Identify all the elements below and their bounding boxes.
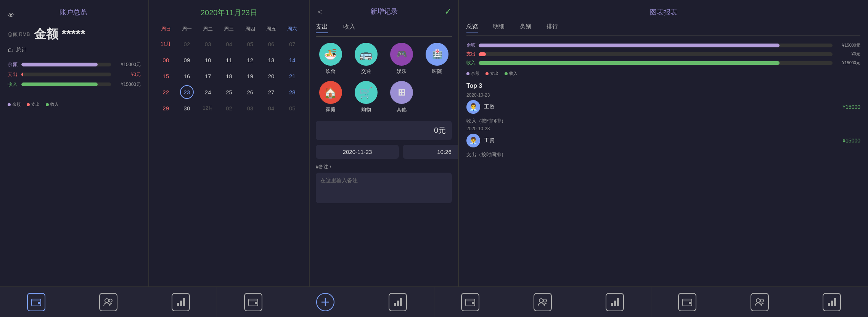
wallet-tab-1[interactable] xyxy=(27,293,45,311)
svg-point-20 xyxy=(543,299,547,302)
chart-value-yu: ¥15000元 xyxy=(836,42,860,48)
wallet-tab-3[interactable] xyxy=(461,293,479,311)
zhi-value: ¥0元 xyxy=(114,71,141,78)
chart-tab-3[interactable] xyxy=(606,293,624,311)
chart-value-zhi: ¥0元 xyxy=(836,51,860,57)
chart-legend-dot-shou xyxy=(505,72,508,75)
chart-tab-4[interactable] xyxy=(823,293,841,311)
note-textarea[interactable] xyxy=(316,173,452,203)
income-avatar: 👨‍💼 xyxy=(466,134,480,147)
chart-legend-dot-zhi xyxy=(485,72,489,75)
confirm-icon[interactable]: ✓ xyxy=(444,6,452,17)
svg-rect-7 xyxy=(183,298,185,306)
cal-cell[interactable]: 10 xyxy=(201,53,215,67)
cal-cell[interactable]: 13 xyxy=(264,53,278,67)
cal-cell[interactable]: 04 xyxy=(222,37,236,51)
wallet-tab-4[interactable] xyxy=(678,293,696,311)
legend-label-shou: 收入 xyxy=(50,102,59,107)
tab-rank[interactable]: 排行 xyxy=(547,23,558,32)
zhi-bar-track xyxy=(21,73,111,76)
shou-label: 收入 xyxy=(8,81,18,88)
date-input[interactable] xyxy=(316,145,399,159)
bottom-section-2 xyxy=(217,287,434,317)
cal-cell[interactable]: 25 xyxy=(222,85,236,99)
cal-cell[interactable]: 30 xyxy=(180,101,194,115)
category-transport[interactable]: 🚌 交通 xyxy=(351,43,381,75)
cal-cell[interactable]: 06 xyxy=(264,37,278,51)
tab-category[interactable]: 类别 xyxy=(520,23,531,32)
transport-label: 交通 xyxy=(361,68,371,75)
wallet-tab-2[interactable] xyxy=(244,293,262,311)
category-other[interactable]: ⊞ 其他 xyxy=(387,81,416,113)
chart-tab-2[interactable] xyxy=(389,293,407,311)
transport-icon: 🚌 xyxy=(355,43,378,66)
people-tab-1[interactable] xyxy=(99,293,117,311)
cal-cell[interactable]: 21 xyxy=(285,69,299,83)
category-entertainment[interactable]: 🎮 娱乐 xyxy=(387,43,416,75)
chart-label-yu: 余额 xyxy=(466,42,476,49)
cal-cell[interactable]: 22 xyxy=(159,85,173,99)
yu-bar-track xyxy=(21,63,111,66)
legend-dot-yu xyxy=(8,103,11,106)
calendar-panel: 2020年11月23日 周日 周一 周二 周三 周四 周五 周六 11月 02 … xyxy=(149,0,309,286)
income-amount: ¥15000 xyxy=(842,137,860,144)
legend-dot-shou xyxy=(46,103,49,106)
cal-cell[interactable]: 03 xyxy=(243,101,257,115)
cal-cell[interactable]: 02 xyxy=(180,37,194,51)
cal-cell[interactable]: 08 xyxy=(159,53,173,67)
cal-cell[interactable]: 17 xyxy=(201,69,215,83)
chart-track-zhi xyxy=(479,52,833,56)
chart-legend-label-zhi: 支出 xyxy=(490,71,498,76)
people-tab-3[interactable] xyxy=(751,293,769,311)
cal-cell[interactable]: 12 xyxy=(243,53,257,67)
income-date: 2020-10-23 xyxy=(466,126,860,131)
cal-cell[interactable]: 09 xyxy=(180,53,194,67)
cal-cell[interactable]: 24 xyxy=(201,85,215,99)
balance-section: 余额 ¥15000元 支出 ¥0元 收入 ¥15000元 xyxy=(8,61,141,91)
cal-cell[interactable]: 28 xyxy=(285,85,299,99)
cal-cell[interactable]: 18 xyxy=(222,69,236,83)
svg-rect-31 xyxy=(834,298,836,306)
cal-cell[interactable]: 20 xyxy=(264,69,278,83)
bottom-section-4 xyxy=(651,287,868,317)
chart-tab-1[interactable] xyxy=(172,293,190,311)
cal-cell[interactable]: 11 xyxy=(222,53,236,67)
cal-cell[interactable]: 27 xyxy=(264,85,278,99)
cal-cell[interactable]: 16 xyxy=(180,69,194,83)
cal-cell[interactable]: 07 xyxy=(285,37,299,51)
record-tabs: 支出 收入 xyxy=(316,23,452,37)
category-home[interactable]: 🏠 家庭 xyxy=(316,81,345,113)
cal-today[interactable]: 23 xyxy=(180,85,194,99)
weekday-fri: 周五 xyxy=(260,24,281,34)
back-arrow[interactable]: ＜ xyxy=(316,6,323,17)
tab-overview[interactable]: 总览 xyxy=(466,23,478,32)
cal-cell[interactable]: 26 xyxy=(243,85,257,99)
category-hospital[interactable]: 🏥 医院 xyxy=(423,43,452,75)
cal-cell[interactable]: 05 xyxy=(285,101,299,115)
tab-income[interactable]: 收入 xyxy=(343,23,355,33)
time-input[interactable] xyxy=(403,145,458,159)
eye-icon[interactable]: 👁 xyxy=(8,11,14,19)
cal-cell[interactable]: 05 xyxy=(243,37,257,51)
category-food[interactable]: 🍜 饮食 xyxy=(316,43,345,75)
account-panel: 👁 账户总览 总额 RMB 金额 ***** 🗂 总计 余额 ¥15000元 xyxy=(0,0,149,286)
people-tab-2[interactable] xyxy=(534,293,552,311)
tab-expense[interactable]: 支出 xyxy=(316,23,328,33)
cal-cell[interactable]: 15 xyxy=(159,69,173,83)
category-shopping[interactable]: 🛒 购物 xyxy=(351,81,381,113)
tab-detail[interactable]: 明细 xyxy=(493,23,505,32)
cal-cell[interactable]: 29 xyxy=(159,101,173,115)
cal-cell[interactable]: 02 xyxy=(222,101,236,115)
shopping-icon: 🛒 xyxy=(355,81,378,104)
cal-cell[interactable]: 14 xyxy=(285,53,299,67)
cal-cell[interactable]: 19 xyxy=(243,69,257,83)
shou-value: ¥15000元 xyxy=(114,81,141,88)
zhi-label: 支出 xyxy=(8,71,18,78)
cal-cell[interactable]: 03 xyxy=(201,37,215,51)
svg-rect-13 xyxy=(394,303,396,306)
cal-cell[interactable]: 04 xyxy=(264,101,278,115)
bottom-section-3 xyxy=(434,287,651,317)
svg-rect-25 xyxy=(689,302,691,304)
shopping-label: 购物 xyxy=(361,106,371,113)
add-tab[interactable] xyxy=(316,293,334,311)
